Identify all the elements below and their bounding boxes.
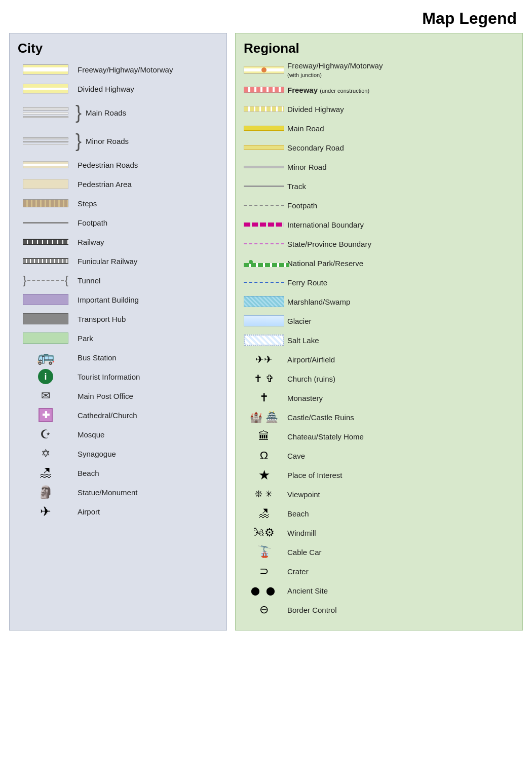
post-office-icon: ✉: [18, 390, 73, 401]
list-item: Ferry Route: [244, 274, 514, 290]
reg-cable-car-label: Cable Car: [284, 548, 322, 557]
reg-freeway-label: Freeway/Highway/Motorway(with junction): [284, 61, 383, 79]
list-item: Pedestrian Area: [18, 176, 218, 192]
funicular-label: Funicular Railway: [73, 257, 137, 266]
list-item: Freeway/Highway/Motorway(with junction): [244, 61, 514, 79]
reg-divided-label: Divided Highway: [284, 105, 344, 114]
list-item: ✡ Synagogue: [18, 446, 218, 462]
reg-glacier-label: Glacier: [284, 317, 312, 325]
list-item: ⊖ Border Control: [244, 602, 514, 618]
reg-ferry-label: Ferry Route: [284, 278, 327, 287]
list-item: ⬤ ⬤ Ancient Site: [244, 582, 514, 599]
list-item: 🗿 Statue/Monument: [18, 484, 218, 500]
reg-state-boundary-icon: [244, 243, 284, 244]
reg-salt-lake-label: Salt Lake: [284, 336, 319, 345]
reg-border-control-icon: ⊖: [244, 603, 284, 616]
list-item: Freeway (under construction): [244, 82, 514, 98]
reg-monastery-label: Monastery: [284, 394, 323, 402]
synagogue-icon: ✡: [18, 448, 73, 459]
columns-wrapper: City Freeway/Highway/Motorway Divided Hi…: [0, 33, 532, 641]
reg-border-control-label: Border Control: [284, 606, 337, 614]
list-item: 🌬⚙ Windmill: [244, 525, 514, 541]
reg-footpath-icon: [244, 205, 284, 206]
reg-natpark-label: National Park/Reserve: [284, 259, 363, 268]
railway-icon: [18, 239, 73, 245]
main-roads-brace: }: [75, 103, 82, 122]
regional-panel: Regional Freeway/Highway/Motorway(with j…: [235, 33, 523, 631]
list-item: 🏖 Beach: [18, 465, 218, 481]
list-item: } { Tunnel: [18, 272, 218, 288]
pedestrian-roads-icon: [18, 161, 73, 168]
reg-footpath-label: Footpath: [284, 201, 317, 210]
reg-state-boundary-label: State/Province Boundary: [284, 240, 371, 248]
reg-ancient-icon: ⬤ ⬤: [244, 586, 284, 596]
important-building-label: Important Building: [73, 295, 139, 304]
reg-cable-car-icon: 🚡: [244, 545, 284, 559]
list-item: Divided Highway: [18, 81, 218, 97]
list-item: Main Road: [244, 120, 514, 136]
reg-main-road-icon: [244, 126, 284, 131]
statue-icon: 🗿: [18, 486, 73, 498]
list-item: Track: [244, 178, 514, 194]
list-item: Salt Lake: [244, 332, 514, 348]
reg-monastery-icon: ✝: [244, 391, 284, 404]
reg-windmill-icon: 🌬⚙: [244, 526, 284, 539]
list-item: ⊃ Crater: [244, 563, 514, 579]
list-item: } Main Roads: [18, 100, 218, 125]
list-item: Transport Hub: [18, 311, 218, 327]
reg-ancient-label: Ancient Site: [284, 586, 328, 595]
reg-airport-label: Airport/Airfield: [284, 355, 335, 364]
reg-crater-icon: ⊃: [244, 565, 284, 578]
list-item: ✉ Main Post Office: [18, 388, 218, 404]
list-item: Minor Road: [244, 159, 514, 175]
minor-roads-icon: [18, 137, 73, 145]
transport-hub-icon: [18, 313, 73, 324]
reg-viewpoint-label: Viewpoint: [284, 490, 320, 499]
list-item: } Minor Roads: [18, 128, 218, 154]
reg-track-icon: [244, 186, 284, 187]
list-item: ✝ Monastery: [244, 390, 514, 406]
beach-icon: 🏖: [18, 467, 73, 479]
tourist-info-icon: i: [18, 369, 73, 384]
funicular-icon: [18, 258, 73, 264]
list-item: Divided Highway: [244, 101, 514, 117]
beach-label: Beach: [73, 469, 99, 477]
tourist-info-label: Tourist Information: [73, 373, 140, 381]
list-item: Railway: [18, 234, 218, 250]
list-item: ✝ ✞ Church (ruins): [244, 371, 514, 387]
reg-intl-boundary-label: International Boundary: [284, 220, 364, 229]
list-item: 🏛 Chateau/Stately Home: [244, 428, 514, 445]
reg-minor-icon: [244, 166, 284, 168]
main-roads-label: Main Roads: [82, 108, 126, 117]
reg-church-ruins-icon: ✝ ✞: [244, 373, 284, 385]
list-item: Park: [18, 330, 218, 346]
reg-glacier-icon: [244, 315, 284, 326]
reg-church-ruins-label: Church (ruins): [284, 375, 335, 383]
statue-label: Statue/Monument: [73, 488, 137, 497]
list-item: Freeway/Highway/Motorway: [18, 61, 218, 78]
reg-beach-label: Beach: [284, 509, 309, 518]
list-item: ☪ Mosque: [18, 426, 218, 442]
reg-intl-boundary-icon: [244, 223, 284, 227]
mosque-icon: ☪: [18, 428, 73, 440]
tunnel-bracket-right: {: [65, 274, 68, 287]
reg-cave-icon: Ω: [244, 449, 284, 462]
post-office-label: Main Post Office: [73, 392, 133, 400]
reg-minor-label: Minor Road: [284, 163, 327, 171]
bus-station-label: Bus Station: [73, 353, 117, 362]
minor-roads-label: Minor Roads: [82, 137, 129, 145]
reg-marsh-label: Marshland/Swamp: [284, 298, 350, 306]
list-item: International Boundary: [244, 216, 514, 233]
footpath-label: Footpath: [73, 218, 107, 227]
reg-beach-icon: 🏖: [244, 507, 284, 520]
list-item: 🚡 Cable Car: [244, 544, 514, 560]
cathedral-icon: ✚: [18, 408, 73, 422]
reg-marsh-icon: [244, 296, 284, 307]
list-item: 🏰 🏯 Castle/Castle Ruins: [244, 409, 514, 425]
list-item: ★ Place of Interest: [244, 467, 514, 483]
list-item: State/Province Boundary: [244, 236, 514, 252]
freeway-icon: [18, 64, 73, 75]
freeway-label: Freeway/Highway/Motorway: [73, 65, 173, 74]
reg-chateau-icon: 🏛: [244, 430, 284, 443]
minor-roads-brace: }: [75, 132, 82, 150]
